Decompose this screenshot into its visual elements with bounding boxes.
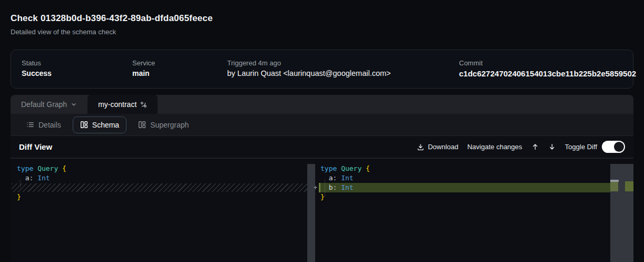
code-token: Int [337, 183, 353, 191]
navigate-changes-label: Navigate changes [467, 143, 522, 151]
code-token: Query [37, 164, 62, 172]
contract-fork-icon [140, 101, 147, 108]
original-code-line: type Query { [11, 164, 307, 173]
toggle-diff-label: Toggle Diff [565, 143, 597, 151]
added-line-marker: + [314, 183, 317, 192]
code-token: { [62, 164, 66, 172]
diff-pane-modified: type Query { a: Int+ b: Int} [315, 159, 633, 262]
tab-schema[interactable]: Schema [73, 117, 126, 133]
tab-schema-label: Schema [92, 121, 119, 129]
tab-details[interactable]: Details [19, 117, 69, 133]
code-token: Int [337, 174, 353, 182]
missing-line-hatch [12, 183, 307, 192]
code-token: b [320, 183, 333, 191]
columns-panel-icon [80, 121, 88, 129]
diff-view-title: Diff View [19, 142, 52, 151]
tab-supergraph-label: Supergraph [150, 121, 189, 129]
code-token: type [17, 164, 37, 172]
check-detail-panel: Default Graph my-contract Details [11, 95, 633, 262]
diff-pane-original: type Query { a: Int} [11, 159, 315, 262]
triggered-label: Triggered 4m ago [227, 59, 281, 67]
status-value: Success [22, 69, 52, 77]
download-icon [417, 143, 424, 151]
navigate-down-button[interactable] [548, 143, 556, 151]
toggle-diff-group: Toggle Diff [565, 141, 625, 153]
modified-code: type Query { a: Int+ b: Int} [315, 164, 610, 202]
check-meta-card: Status Success Service main Triggered 4m… [11, 50, 633, 89]
diff-toolbar: Diff View Download Navigate changes [11, 136, 633, 158]
schema-diff-editor: type Query { a: Int} type Query { a: Int… [11, 158, 633, 262]
list-icon [26, 121, 34, 129]
status-label: Status [22, 59, 41, 67]
tab-default-graph-label: Default Graph [21, 100, 67, 109]
toggle-diff-switch[interactable] [602, 141, 625, 153]
diff-toolbar-actions: Download Navigate changes Toggle Diff [417, 141, 625, 153]
tab-my-contract[interactable]: my-contract [87, 95, 158, 114]
original-code-line: } [11, 192, 307, 202]
indent-guide [20, 179, 21, 188]
service-label: Service [132, 59, 155, 67]
modified-code-line: type Query { [315, 164, 610, 173]
page-title: Check 01328b0d-b396-43f2-89ab-dfda065fee… [11, 13, 213, 24]
overview-added-tint [610, 182, 618, 191]
graph-tabstrip: Default Graph my-contract [11, 95, 633, 114]
commit-label: Commit [459, 59, 483, 67]
modified-code-line: a: Int [315, 173, 610, 183]
page-subtitle: Detailed view of the schema check [11, 28, 116, 36]
service-value: main [132, 69, 150, 77]
original-code-line: a: Int [11, 173, 307, 183]
code-token: a [17, 174, 29, 182]
original-code: type Query { a: Int} [11, 164, 307, 202]
columns-panel-icon [138, 121, 146, 129]
download-button[interactable]: Download [417, 143, 458, 151]
code-token: a [320, 174, 333, 182]
code-token: } [17, 193, 21, 201]
chevron-down-icon [71, 101, 77, 108]
overview-added-marker [625, 181, 633, 191]
tab-supergraph[interactable]: Supergraph [131, 117, 196, 133]
toggle-diff-knob [614, 142, 624, 152]
arrow-down-icon [548, 143, 556, 151]
left-scrollbar[interactable] [307, 164, 315, 262]
download-button-label: Download [428, 143, 458, 151]
code-token: type [320, 164, 341, 172]
triggered-value: by Laurin Quast <laurinquast@googlemail.… [227, 69, 391, 77]
modified-code-line: } [315, 192, 610, 202]
code-token: Int [33, 174, 50, 182]
navigate-up-button[interactable] [531, 143, 539, 151]
commit-value: c1dc62724702406154013cbe11b225b2e5859502 [459, 69, 636, 78]
code-token: { [366, 164, 370, 172]
arrow-up-icon [531, 143, 539, 151]
navigate-changes-button[interactable]: Navigate changes [467, 143, 522, 151]
view-tabbar: Details Schema Supergraph [11, 114, 633, 136]
tab-default-graph[interactable]: Default Graph [11, 95, 87, 114]
indent-guide [325, 179, 325, 197]
original-code-line [11, 183, 307, 192]
right-scrollbar[interactable] [610, 164, 633, 262]
code-token: Query [341, 164, 366, 172]
modified-code-line: + b: Int [319, 183, 610, 192]
tab-details-label: Details [38, 121, 61, 129]
code-token: } [320, 193, 325, 201]
tab-my-contract-label: my-contract [98, 100, 136, 109]
